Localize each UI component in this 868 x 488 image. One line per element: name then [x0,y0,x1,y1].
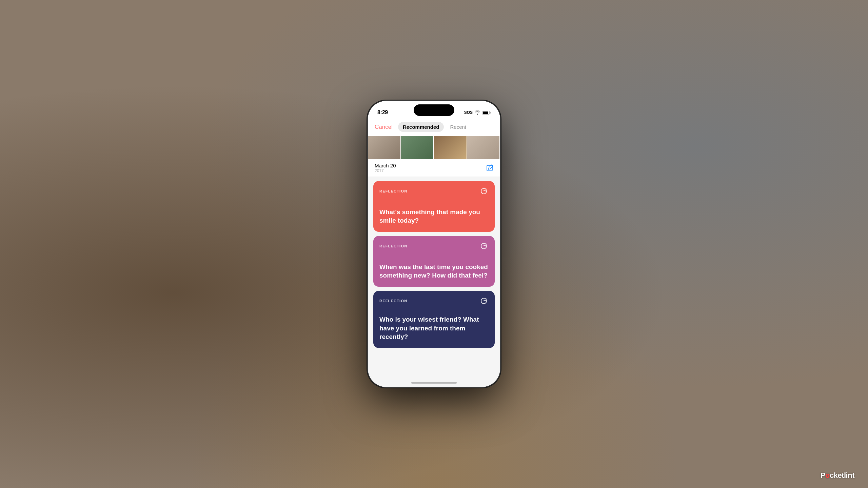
edit-icon[interactable] [486,164,493,172]
scroll-content: March 20 2017 REFLECTION [368,136,500,352]
watermark-dot: o [825,471,830,480]
dynamic-island [414,104,454,116]
card-label-2: REFLECTION [379,244,407,248]
refresh-icon-3[interactable] [479,296,489,306]
reflection-card-3[interactable]: REFLECTION Who is your wisest friend? Wh… [373,291,495,348]
photo-thumb-4 [467,136,500,159]
card-question-1: What's something that made you smile tod… [379,208,489,225]
sos-indicator: SOS [464,110,473,115]
card-header-3: REFLECTION [379,296,489,306]
photo-thumb-3 [434,136,467,159]
date-info: March 20 2017 [375,163,396,173]
card-label-3: REFLECTION [379,299,407,303]
photo-thumb-1 [368,136,401,159]
phone-screen: 8:29 SOS Cancel [368,101,500,387]
date-main: March 20 [375,163,396,168]
date-year: 2017 [375,168,396,173]
watermark: Pocketlint [821,471,854,480]
card-label-1: REFLECTION [379,189,407,193]
card-header-2: REFLECTION [379,241,489,251]
card-header-1: REFLECTION [379,186,489,196]
home-indicator [411,382,457,384]
nav-tabs: Recommended Recent [398,122,471,132]
card-question-2: When was the last time you cooked someth… [379,263,489,280]
refresh-icon-1[interactable] [479,186,489,196]
nav-bar: Cancel Recommended Recent [368,119,500,136]
reflection-card-1[interactable]: REFLECTION What's something that made yo… [373,181,495,232]
photo-thumb-2 [401,136,434,159]
photo-strip [368,136,500,159]
svg-rect-0 [487,165,492,171]
refresh-icon-2[interactable] [479,241,489,251]
wifi-icon [475,110,480,115]
tab-recommended[interactable]: Recommended [398,122,444,132]
reflection-card-2[interactable]: REFLECTION When was the last time you co… [373,236,495,287]
status-icons: SOS [464,110,491,115]
tab-recent[interactable]: Recent [445,122,471,132]
card-question-3: Who is your wisest friend? What have you… [379,315,489,341]
cancel-button[interactable]: Cancel [375,122,393,132]
status-bar: 8:29 SOS [368,101,500,119]
cards-container: REFLECTION What's something that made yo… [368,177,500,352]
battery-indicator [482,111,491,115]
status-time: 8:29 [377,109,388,116]
date-row: March 20 2017 [368,159,500,177]
phone-shell: 8:29 SOS Cancel [368,101,500,387]
